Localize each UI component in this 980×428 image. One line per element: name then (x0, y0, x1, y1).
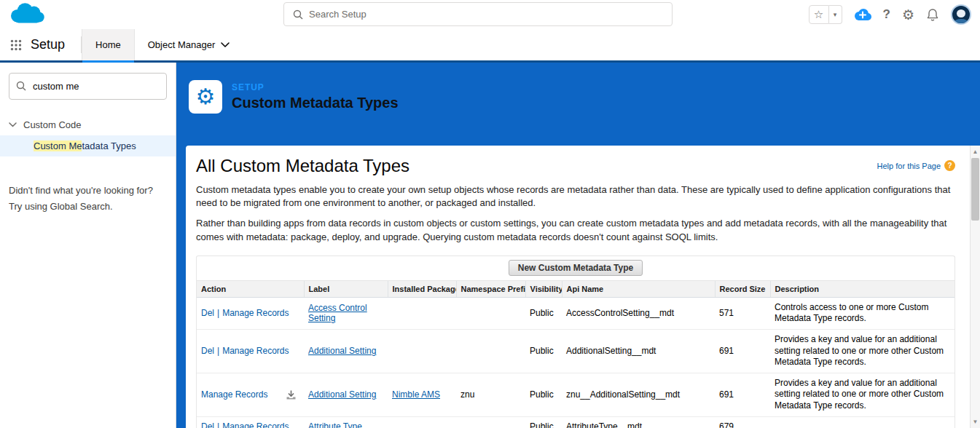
col-api-name: Api Name (562, 281, 715, 298)
avatar-astronaut-suit (954, 19, 968, 25)
chevron-down-icon (221, 42, 230, 47)
del-link[interactable]: Del (201, 346, 214, 356)
description-cell: Provides a key and value for an addition… (770, 373, 954, 416)
new-custom-metadata-type-button[interactable]: New Custom Metadata Type (509, 260, 643, 276)
table-row: Del | Manage Records Attribute Type Publ… (197, 416, 954, 428)
setup-sidebar: Custom Code Custom Metadata Types Didn't… (0, 63, 176, 428)
installed-package-icon (286, 389, 297, 400)
main-region: Custom Code Custom Metadata Types Didn't… (0, 63, 980, 428)
header-actions: ☆ ▾ ? ⚙ (809, 4, 980, 25)
setup-gear-icon[interactable]: ⚙ (902, 7, 914, 23)
del-link[interactable]: Del (201, 421, 214, 428)
col-description: Description (770, 281, 954, 298)
custom-metadata-gear-icon: ⚙ (196, 86, 216, 108)
api-name-cell: AccessControlSetting__mdt (562, 297, 715, 329)
panel-toolbar: New Custom Metadata Type (197, 256, 954, 281)
page-title: Custom Metadata Types (232, 95, 399, 111)
avatar-astronaut-visor (957, 9, 965, 17)
sidebar-search-box (9, 73, 167, 100)
description-cell: Provides a key and value for an addition… (770, 329, 954, 373)
api-name-cell: AttributeType__mdt (562, 416, 715, 428)
action-separator: | (217, 346, 219, 356)
app-name-label: Setup (31, 29, 81, 60)
installed-package-link[interactable]: Nimble AMS (392, 389, 440, 400)
intro-paragraph-2: Rather than building apps from data reco… (196, 217, 955, 243)
col-label: Label (304, 281, 388, 298)
col-record-size: Record Size (715, 281, 770, 298)
salesforce-setup-app: ☆ ▾ ? ⚙ (0, 0, 980, 428)
visibility-cell: Public (525, 329, 562, 373)
scroll-up-icon[interactable]: ▲ (971, 146, 980, 157)
help-question-icon[interactable]: ? (944, 160, 955, 171)
app-launcher-icon[interactable] (0, 29, 31, 60)
section-label: Custom Code (23, 119, 81, 130)
favorites-dropdown-icon[interactable]: ▾ (829, 5, 842, 24)
manage-records-link[interactable]: Manage Records (201, 389, 267, 400)
setup-nav-bar: Setup Home Object Manager (0, 29, 980, 63)
visibility-cell: Public (525, 373, 562, 416)
record-size-cell: 691 (715, 329, 770, 373)
page-header-text: SETUP Custom Metadata Types (232, 82, 399, 111)
page-header-eyebrow: SETUP (232, 82, 399, 92)
content-card: All Custom Metadata Types Help for this … (186, 146, 980, 428)
page-header: ⚙ SETUP Custom Metadata Types (176, 63, 980, 114)
item-label-rest: tadata Types (82, 140, 136, 151)
content-scrollbar[interactable]: ▲ ▼ (970, 146, 980, 428)
metadata-type-label-link[interactable]: Additional Setting (308, 389, 376, 400)
record-size-cell: 571 (715, 297, 770, 329)
tab-object-manager-label: Object Manager (148, 39, 216, 50)
tab-home-label: Home (95, 39, 121, 50)
setup-content-area: ⚙ SETUP Custom Metadata Types All Custom… (176, 63, 980, 428)
notfound-line2: Try using Global Search. (9, 199, 167, 215)
manage-records-link[interactable]: Manage Records (222, 308, 289, 318)
manage-records-link[interactable]: Manage Records (222, 346, 289, 356)
quick-find-input[interactable] (9, 73, 167, 100)
metadata-type-label-link[interactable]: Attribute Type (308, 421, 362, 428)
favorites-star-icon[interactable]: ☆ (809, 5, 829, 24)
scrollbar-thumb[interactable] (971, 158, 979, 221)
visibility-cell: Public (525, 297, 562, 329)
global-search-box (283, 2, 673, 26)
salesforce-logo-icon (6, 1, 48, 28)
sidebar-item-custom-metadata-types[interactable]: Custom Metadata Types (0, 135, 176, 156)
intro-paragraph-1: Custom metadata types enable you to crea… (196, 183, 955, 210)
tab-home[interactable]: Home (82, 29, 135, 60)
notfound-line1: Didn't find what you're looking for? (9, 183, 167, 199)
card-head: All Custom Metadata Types Help for this … (196, 156, 955, 176)
search-setup-input[interactable] (309, 9, 672, 20)
table-row: Manage Records Additional Setting Nimble… (197, 373, 954, 416)
metadata-types-table: Action Label Installed Package Namespace… (197, 281, 954, 428)
search-match-highlight: Custom Me (34, 140, 82, 151)
sidebar-section-custom-code[interactable]: Custom Code (0, 114, 176, 135)
favorites-control: ☆ ▾ (809, 5, 842, 24)
table-header-row: Action Label Installed Package Namespace… (197, 281, 954, 298)
action-separator: | (217, 421, 219, 428)
visibility-cell: Public (525, 416, 562, 428)
notifications-bell-icon[interactable] (926, 8, 939, 22)
metadata-type-label-link[interactable]: Additional Setting (308, 346, 376, 356)
col-visibility: Visibility (525, 281, 562, 298)
api-name-cell: znu__AdditionalSetting__mdt (562, 373, 715, 416)
user-avatar[interactable] (951, 4, 971, 25)
tab-object-manager[interactable]: Object Manager (135, 29, 243, 60)
sidebar-notfound-text: Didn't find what you're looking for? Try… (9, 183, 167, 215)
search-icon (293, 9, 303, 20)
scroll-down-icon[interactable]: ▼ (971, 416, 980, 427)
col-action: Action (197, 281, 304, 298)
table-row: Del | Manage Records Access Control Sett… (197, 297, 954, 329)
record-size-cell: 691 (715, 373, 770, 416)
record-size-cell: 679 (715, 416, 770, 428)
del-link[interactable]: Del (201, 308, 214, 318)
search-icon (16, 81, 26, 91)
list-panel: New Custom Metadata Type Action Label In… (196, 255, 955, 428)
help-icon[interactable]: ? (883, 7, 890, 22)
create-cloud-plus-icon[interactable] (854, 8, 871, 22)
list-heading: All Custom Metadata Types (196, 156, 409, 176)
manage-records-link[interactable]: Manage Records (222, 421, 289, 428)
api-name-cell: AdditionalSetting__mdt (562, 329, 715, 373)
help-for-page-link[interactable]: Help for this Page (877, 162, 941, 170)
col-installed-package: Installed Package (388, 281, 456, 298)
metadata-type-label-link[interactable]: Access Control Setting (308, 303, 367, 323)
description-cell: Controls access to one or more Custom Me… (770, 297, 954, 329)
table-row: Del | Manage Records Additional Setting … (197, 329, 954, 373)
